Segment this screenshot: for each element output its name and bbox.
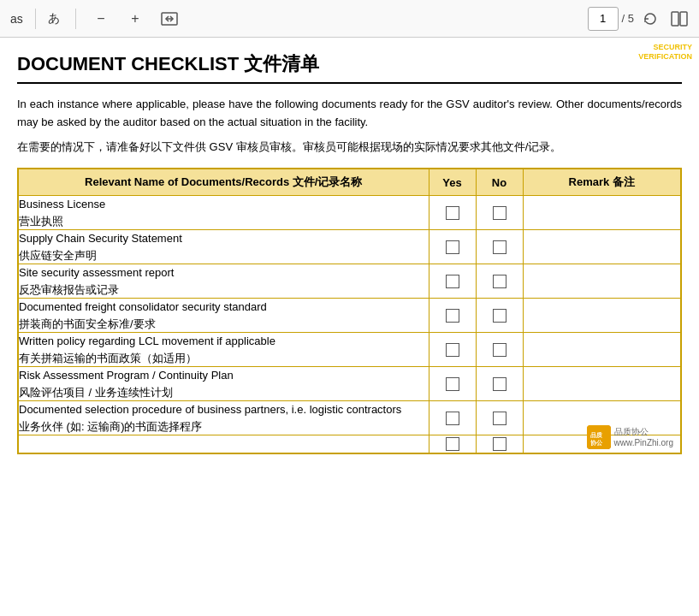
cell-remark [523, 264, 681, 299]
security-badge: SECURITY VERIFICATION [638, 43, 692, 62]
col-header-no: No [476, 169, 523, 196]
checkbox-yes[interactable] [446, 377, 459, 391]
cell-doc-name: Supply Chain Security Statement 供应链安全声明 [18, 230, 429, 264]
svg-rect-2 [672, 12, 678, 26]
page-input[interactable] [588, 7, 619, 31]
zoom-out-button[interactable]: − [88, 6, 114, 32]
doc-name-cn: 拼装商的书面安全标准/要求 [19, 316, 429, 333]
doc-name-cn: 反恐审核报告或记录 [19, 281, 429, 299]
cell-yes [429, 367, 476, 401]
col-header-remark: Remark 备注 [523, 169, 681, 196]
cell-remark [523, 367, 681, 401]
checkbox-no[interactable] [493, 412, 506, 425]
doc-name-en: Site security assessment report [19, 264, 429, 281]
page-wrapper: as あ − + / 5 [0, 0, 699, 471]
svg-text:协公: 协公 [590, 439, 603, 447]
doc-name-en: Documented selection procedure of busine… [19, 401, 429, 418]
doc-name-cn: 风险评估项目 / 业务连续性计划 [19, 384, 429, 401]
intro-cn: 在需要的情况下，请准备好以下文件供 GSV 审核员审核。审核员可能根据现场的实际… [17, 139, 682, 157]
checkbox-no[interactable] [493, 206, 506, 220]
lang-label-as: as [7, 10, 27, 27]
toolbar-divider [35, 9, 36, 29]
table-row: Written policy regarding LCL movement if… [18, 333, 681, 367]
doc-name-en: Business License [19, 196, 429, 213]
doc-name-en: Written policy regarding LCL movement if… [19, 333, 429, 350]
checklist-table: Relevant Name of Documents/Records 文件/记录… [17, 168, 682, 454]
cell-doc-name: Documented freight consolidator security… [18, 299, 429, 333]
cell-yes [429, 333, 476, 367]
document-content: DOCUMENT CHECKLIST 文件清单 In each instance… [0, 38, 699, 471]
cell-remark [523, 230, 681, 264]
document-title: DOCUMENT CHECKLIST 文件清单 [17, 51, 682, 84]
checkbox-no[interactable] [493, 343, 506, 357]
cell-yes [429, 299, 476, 333]
col-header-yes: Yes [429, 169, 476, 196]
cell-no [476, 333, 523, 367]
checkbox-yes[interactable] [446, 206, 459, 220]
doc-name-cn: 供应链安全声明 [19, 247, 429, 264]
cell-doc-name: Business License 营业执照 [18, 196, 429, 230]
fit-page-button[interactable] [157, 6, 182, 32]
lang-label-jp: あ [44, 9, 63, 28]
checkbox-yes[interactable] [446, 437, 459, 451]
cell-no [476, 435, 523, 453]
table-row: Business License 营业执照 [18, 196, 681, 230]
doc-name-cn: 有关拼箱运输的书面政策（如适用） [19, 350, 429, 367]
toolbar: as あ − + / 5 [0, 0, 699, 38]
col-header-name: Relevant Name of Documents/Records 文件/记录… [18, 169, 429, 196]
checkbox-no[interactable] [493, 437, 506, 451]
cell-no [476, 367, 523, 401]
checkbox-yes[interactable] [446, 275, 459, 288]
watermark-text: 品质协公 www.PinZhi.org [614, 426, 673, 448]
toolbar-left: as あ [7, 9, 63, 29]
cell-yes [429, 264, 476, 299]
checkbox-no[interactable] [493, 240, 506, 254]
table-row: Risk Assessment Program / Continuity Pla… [18, 367, 681, 401]
table-row: Supply Chain Security Statement 供应链安全声明 [18, 230, 681, 264]
cell-doc-name: Written policy regarding LCL movement if… [18, 333, 429, 367]
cell-no [476, 299, 523, 333]
checkbox-no[interactable] [493, 309, 506, 323]
cell-doc-name: Documented selection procedure of busine… [18, 401, 429, 435]
view-mode-button[interactable] [666, 6, 692, 32]
intro-en: In each instance where applicable, pleas… [17, 96, 682, 132]
cell-no [476, 264, 523, 299]
cell-yes [429, 401, 476, 435]
refresh-button[interactable] [637, 6, 663, 32]
cell-remark [523, 196, 681, 230]
cell-no [476, 230, 523, 264]
table-area: Relevant Name of Documents/Records 文件/记录… [17, 168, 682, 454]
cell-no [476, 196, 523, 230]
table-header-row: Relevant Name of Documents/Records 文件/记录… [18, 169, 681, 196]
table-row: Documented freight consolidator security… [18, 299, 681, 333]
cell-doc-name: Site security assessment report 反恐审核报告或记… [18, 264, 429, 299]
checkbox-no[interactable] [493, 275, 506, 288]
watermark-logo: 品质 协公 [587, 425, 611, 449]
watermark: 品质 协公 品质协公 www.PinZhi.org [587, 425, 673, 449]
doc-name-cn: 业务伙伴 (如: 运输商)的书面选择程序 [19, 418, 429, 435]
cell-doc-name: Risk Assessment Program / Continuity Pla… [18, 367, 429, 401]
cell-doc-name [18, 435, 429, 453]
cell-no [476, 401, 523, 435]
toolbar-divider2 [75, 9, 76, 29]
doc-name-en [19, 435, 429, 453]
checkbox-yes[interactable] [446, 412, 459, 425]
doc-name-en: Risk Assessment Program / Continuity Pla… [19, 367, 429, 384]
cell-yes [429, 435, 476, 453]
doc-name-en: Supply Chain Security Statement [19, 230, 429, 247]
cell-remark [523, 333, 681, 367]
cell-yes [429, 230, 476, 264]
zoom-in-button[interactable]: + [122, 6, 148, 32]
checkbox-yes[interactable] [446, 343, 459, 357]
checkbox-yes[interactable] [446, 309, 459, 323]
page-sep: / 5 [622, 12, 634, 25]
checkbox-yes[interactable] [446, 240, 459, 254]
doc-name-en: Documented freight consolidator security… [19, 299, 429, 316]
doc-name-cn: 营业执照 [19, 213, 429, 230]
table-row: Site security assessment report 反恐审核报告或记… [18, 264, 681, 299]
svg-rect-3 [680, 12, 687, 26]
svg-text:品质: 品质 [590, 431, 603, 438]
checkbox-no[interactable] [493, 377, 506, 391]
table-row [18, 435, 681, 453]
cell-remark [523, 299, 681, 333]
